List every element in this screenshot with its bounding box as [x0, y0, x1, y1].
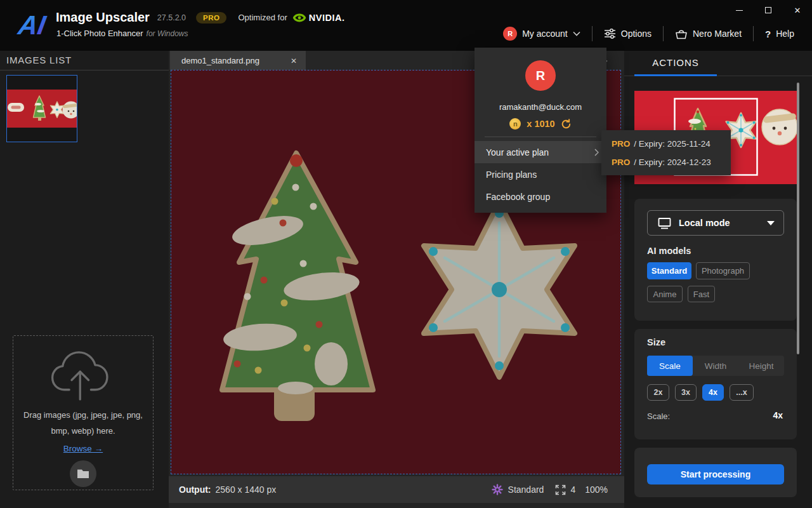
plan-expiry: / Expiry: 2024-12-23 [634, 157, 711, 167]
svg-text:AI: AI [15, 10, 48, 40]
nvidia-logo: NVIDIA. [292, 13, 345, 23]
account-dropdown-menu: R ramakanth@duck.com n x 1010 Your activ… [475, 48, 606, 213]
options-label: Options [621, 29, 652, 39]
pro-badge: PRO [612, 139, 630, 149]
size-label: Size [647, 337, 665, 347]
status-bar: Output: 2560 x 1440 px Standard 4 [169, 476, 624, 503]
tab-demo1-standard[interactable]: demo1_standard.png ✕ [170, 51, 306, 70]
size-tab-height[interactable]: Height [738, 356, 784, 376]
help-menu[interactable]: ? Help [765, 29, 794, 39]
dropdown-divider [485, 137, 596, 137]
my-account-menu[interactable]: R My account [503, 27, 580, 41]
scale-2x-button[interactable]: 2x [647, 384, 669, 401]
output-value: 2560 x 1440 px [216, 485, 277, 495]
status-zoom-factor: 4 [570, 485, 575, 495]
basket-icon [675, 29, 688, 39]
start-processing-button[interactable]: Start processing [647, 464, 784, 485]
maximize-button[interactable] [754, 0, 783, 20]
nvidia-eye-icon [292, 13, 306, 23]
optimized-for-label: Optimized for [238, 13, 287, 22]
menu-divider [753, 26, 754, 41]
subtitle-suffix: for Windows [147, 29, 188, 38]
account-email: ramakanth@duck.com [475, 102, 606, 112]
minimize-icon [736, 10, 743, 11]
browse-link[interactable]: Browse → [63, 444, 103, 453]
panel-scrollbar[interactable] [797, 83, 799, 354]
nvidia-wordmark: NVIDIA. [309, 13, 345, 23]
account-avatar: R [525, 60, 556, 91]
tab-label: demo1_standard.png [181, 56, 259, 65]
mode-label: Local mode [679, 218, 730, 228]
monitor-icon [658, 217, 671, 229]
close-button[interactable]: ✕ [783, 0, 812, 20]
chevron-right-icon [594, 149, 599, 156]
drop-zone[interactable]: Drag images (jpg, jpeg, jpe, png, bmp, w… [13, 335, 154, 490]
avatar[interactable]: R [503, 27, 517, 41]
minimize-button[interactable] [724, 0, 754, 20]
model-fast-button[interactable]: Fast [688, 286, 715, 302]
mode-dropdown[interactable]: Local mode [647, 210, 784, 236]
zoom-expand-icon[interactable] [555, 485, 566, 495]
nero-market-label: Nero Market [693, 29, 742, 39]
refresh-icon[interactable] [561, 119, 572, 130]
app-version: 27.5.2.0 [157, 13, 186, 22]
pro-badge: PRO [196, 12, 226, 23]
coin-balance-row: n x 1010 [475, 118, 606, 130]
menu-divider [592, 26, 593, 41]
scale-4x-button[interactable]: 4x [702, 384, 724, 401]
folder-icon [77, 469, 89, 479]
close-icon: ✕ [794, 6, 801, 15]
status-zoom-percent: 100% [585, 485, 608, 495]
maximize-icon [765, 7, 771, 13]
model-standard-button[interactable]: Standard [647, 262, 691, 279]
options-menu[interactable]: Options [604, 29, 652, 39]
menu-item-pricing-plans[interactable]: Pricing plans [475, 163, 606, 185]
output-label: Output: [179, 485, 211, 495]
app-logo-icon: AI [14, 9, 49, 41]
title-bar: AI Image Upscaler 27.5.2.0 PRO Optimized… [0, 0, 812, 51]
model-photograph-button[interactable]: Photograph [696, 262, 750, 279]
plan-row[interactable]: PRO / Expiry: 2024-12-23 [612, 154, 711, 171]
size-tab-scale[interactable]: Scale [647, 356, 693, 376]
app-title: Image Upscaler [56, 10, 150, 25]
my-account-label: My account [522, 29, 568, 39]
app-subtitle: 1-Click Photo Enhancerfor Windows [56, 29, 188, 38]
size-tab-width[interactable]: Width [693, 356, 738, 376]
size-card: Size Scale Width Height 2x 3x 4x ...x Sc… [634, 329, 797, 439]
model-sparkle-icon [492, 484, 503, 495]
scale-caption: Scale: [647, 411, 670, 421]
model-anime-button[interactable]: Anime [647, 286, 683, 302]
help-label: Help [776, 29, 794, 39]
actions-tab[interactable]: ACTIONS [634, 57, 717, 68]
scale-custom-button[interactable]: ...x [730, 384, 754, 401]
sliders-icon [604, 29, 616, 39]
app-window: AI Image Upscaler 27.5.2.0 PRO Optimized… [0, 0, 812, 508]
coin-count: x 1010 [527, 119, 554, 129]
drop-hint-line2: bmp, webp) here. [13, 423, 153, 439]
size-tabs: Scale Width Height [647, 356, 784, 376]
menu-divider [663, 26, 664, 41]
menu-item-facebook-group[interactable]: Facebook group [475, 185, 606, 208]
images-sidebar: IMAGES LIST [0, 51, 169, 508]
active-plan-submenu: PRO / Expiry: 2025-11-24 PRO / Expiry: 2… [601, 130, 731, 175]
plan-expiry: / Expiry: 2025-11-24 [634, 139, 710, 149]
pro-badge: PRO [612, 157, 630, 167]
plan-row[interactable]: PRO / Expiry: 2025-11-24 [612, 135, 710, 152]
open-folder-button[interactable] [70, 460, 96, 487]
menu-item-your-active-plan[interactable]: Your active plan [475, 141, 606, 163]
thumbnail-image [7, 76, 77, 142]
status-model-name: Standard [508, 485, 544, 495]
sidebar-divider [0, 70, 169, 70]
tab-close-icon[interactable]: ✕ [291, 57, 297, 65]
help-icon: ? [765, 29, 771, 39]
drop-hint-line1: Drag images (jpg, jpeg, jpe, png, [13, 407, 153, 423]
scale-value: 4x [773, 410, 783, 420]
chevron-down-icon [573, 31, 580, 36]
image-list-item-thumbnail[interactable] [6, 75, 77, 142]
images-list-header: IMAGES LIST [6, 55, 72, 65]
mode-card: Local mode AI models Standard Photograph… [634, 199, 797, 321]
coin-icon: n [509, 118, 521, 130]
ai-models-label: AI models [647, 246, 691, 256]
scale-3x-button[interactable]: 3x [675, 384, 697, 401]
nero-market-menu[interactable]: Nero Market [675, 29, 742, 39]
